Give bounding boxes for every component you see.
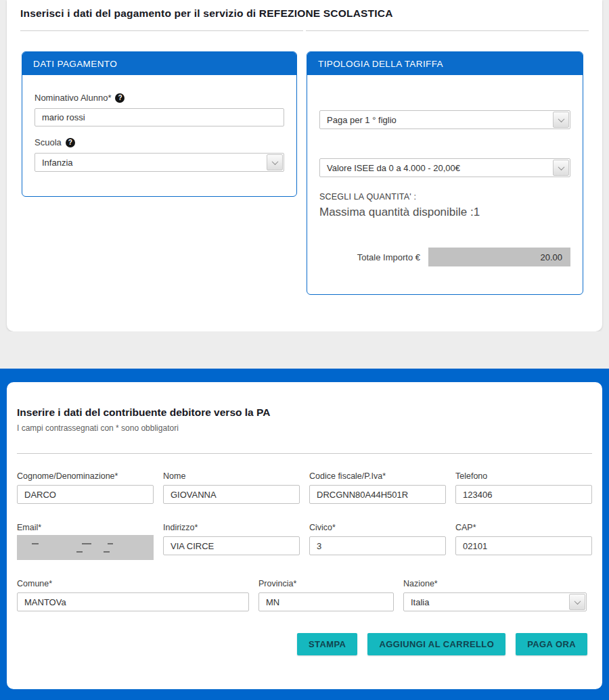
codice-fiscale-label: Codice fiscale/P.Iva* (309, 471, 446, 481)
indirizzo-label: Indirizzo* (163, 523, 300, 532)
form-row-2: Email* Indirizzo* Civico* CAP* (17, 523, 592, 560)
nominativo-input[interactable] (35, 108, 284, 126)
nominativo-label: Nominativo Alunno* (35, 93, 111, 103)
nazione-selected-value: Italia (411, 597, 429, 607)
cap-label: CAP* (455, 523, 592, 532)
chevron-down-icon (569, 594, 585, 610)
totale-importo-value: 20.00 (428, 248, 570, 266)
indirizzo-field: Indirizzo* (163, 523, 300, 560)
scuola-selected-value: Infanzia (42, 158, 73, 168)
panel-dati-pagamento-body: Nominativo Alunno* ? Scuola ? Infanzia (22, 75, 296, 183)
telefono-field: Telefono (455, 471, 592, 504)
civico-label: Civico* (309, 523, 446, 532)
quantita-label: SCEGLI LA QUANTITA' : (319, 192, 570, 202)
provincia-label: Provincia* (258, 579, 394, 588)
form-row-1: Cognome/Denominazione* Nome Codice fisca… (17, 471, 592, 504)
civico-input[interactable] (309, 536, 446, 555)
civico-field: Civico* (309, 523, 446, 560)
totale-label: Totale Importo € (357, 252, 420, 262)
contribuente-section: Inserire i dati del contribuente debitor… (0, 369, 609, 700)
chevron-down-icon (267, 154, 283, 170)
panel-dati-pagamento: DATI PAGAMENTO Nominativo Alunno* ? Scuo… (22, 51, 297, 197)
nazione-field: Nazione* Italia (403, 579, 587, 611)
nazione-select[interactable]: Italia (403, 592, 587, 611)
isee-selected-value: Valore ISEE da 0 a 4.000 - 20,00€ (327, 163, 460, 173)
email-label: Email* (17, 523, 154, 532)
cap-input[interactable] (455, 536, 592, 555)
panel-dati-pagamento-header: DATI PAGAMENTO (22, 52, 296, 75)
cap-field: CAP* (455, 523, 592, 560)
stampa-button[interactable]: STAMPA (297, 633, 357, 655)
telefono-label: Telefono (455, 471, 592, 481)
provincia-input[interactable] (258, 592, 394, 611)
cognome-input[interactable] (17, 485, 154, 504)
panel-tipologia-header: TIPOLOGIA DELLA TARIFFA (307, 52, 583, 75)
totale-row: Totale Importo € 20.00 (319, 248, 570, 266)
panel-tipologia-tariffa: TIPOLOGIA DELLA TARIFFA Paga per 1 ° fig… (307, 51, 583, 295)
provincia-field: Provincia* (258, 579, 394, 611)
nome-input[interactable] (163, 485, 300, 504)
cognome-label: Cognome/Denominazione* (17, 471, 154, 481)
scuola-label-row: Scuola ? (35, 137, 284, 147)
comune-label: Comune* (17, 579, 249, 588)
nazione-label: Nazione* (403, 579, 587, 588)
help-icon[interactable]: ? (115, 93, 125, 103)
paga-ora-button[interactable]: PAGA ORA (516, 633, 587, 655)
page-title: Inserisci i dati del pagamento per il se… (20, 5, 589, 20)
divider (17, 453, 592, 454)
contribuente-title: Inserire i dati del contribuente debitor… (17, 406, 592, 419)
scuola-select[interactable]: Infanzia (35, 153, 284, 172)
contribuente-card: Inserire i dati del contribuente debitor… (7, 382, 602, 689)
nominativo-label-row: Nominativo Alunno* ? (35, 93, 284, 103)
chevron-down-icon (553, 160, 569, 176)
actions-row: STAMPA AGGIUNGI AL CARRELLO PAGA ORA (17, 633, 592, 655)
codice-fiscale-input[interactable] (309, 485, 446, 504)
payment-card: Inserisci i dati del pagamento per il se… (7, 0, 602, 331)
comune-input[interactable] (17, 592, 249, 611)
codice-fiscale-field: Codice fiscale/P.Iva* (309, 471, 446, 504)
scuola-label: Scuola (35, 137, 62, 147)
isee-select[interactable]: Valore ISEE da 0 a 4.000 - 20,00€ (319, 158, 570, 177)
email-field: Email* (17, 523, 154, 560)
indirizzo-input[interactable] (163, 536, 300, 555)
cognome-field: Cognome/Denominazione* (17, 471, 154, 504)
comune-field: Comune* (17, 579, 249, 611)
figlio-selected-value: Paga per 1 ° figlio (327, 115, 397, 125)
background-gap (0, 331, 609, 369)
panel-tipologia-body: Paga per 1 ° figlio Valore ISEE da 0 a 4… (307, 75, 583, 277)
telefono-input[interactable] (455, 485, 592, 504)
divider (20, 30, 589, 31)
panels-container: DATI PAGAMENTO Nominativo Alunno* ? Scuo… (20, 51, 589, 295)
figlio-select[interactable]: Paga per 1 ° figlio (319, 110, 570, 129)
contribuente-subtitle: I campi contrassegnati con * sono obblig… (17, 423, 592, 433)
chevron-down-icon (553, 112, 569, 128)
quantita-max-text: Massima quantità disponibile :1 (319, 206, 570, 219)
nome-label: Nome (163, 471, 300, 481)
email-input-redacted[interactable] (17, 535, 154, 560)
aggiungi-al-carrello-button[interactable]: AGGIUNGI AL CARRELLO (367, 633, 505, 655)
form-row-3: Comune* Provincia* Nazione* Italia (17, 579, 592, 611)
nome-field: Nome (163, 471, 300, 504)
help-icon[interactable]: ? (66, 138, 75, 147)
